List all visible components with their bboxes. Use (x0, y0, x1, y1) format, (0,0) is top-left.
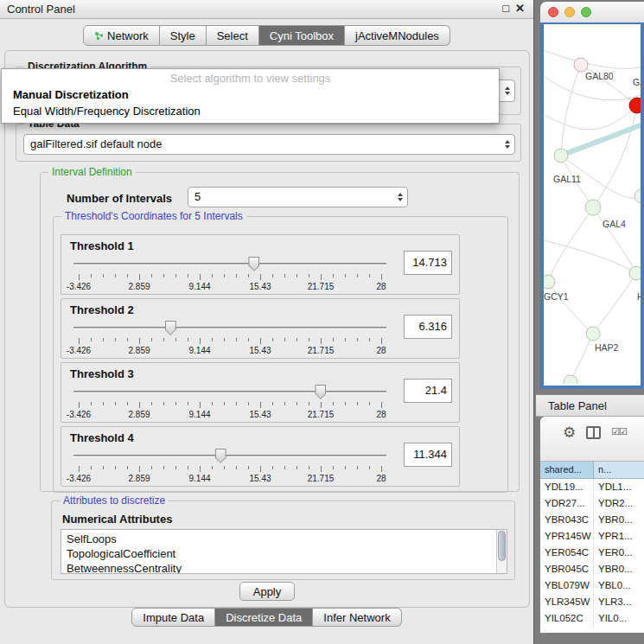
slider-tick (91, 402, 92, 405)
tab-select[interactable]: Select (207, 25, 259, 46)
table-row[interactable]: YBR043CYBR0... (540, 512, 644, 528)
threshold-label: Threshold 4 (70, 431, 134, 444)
close-traffic-light-icon[interactable] (548, 7, 558, 17)
slider-thumb-icon[interactable] (165, 321, 176, 335)
float-window-icon[interactable]: □ (502, 2, 509, 15)
threshold-slider[interactable]: -3.4262.8599.14415.4321.71528 (73, 256, 386, 294)
network-canvas[interactable]: GAL80GAGAL11GAL4GCY1HHAP2 (540, 22, 644, 389)
table-data-dropdown[interactable]: galFiltered.sif default node (23, 134, 515, 155)
tab-impute-data[interactable]: Impute Data (131, 608, 215, 627)
tab-infer-network[interactable]: Infer Network (313, 608, 401, 627)
network-edge[interactable] (544, 240, 636, 273)
tab-cyni-toolbox[interactable]: Cyni Toolbox (259, 25, 345, 46)
table-cell: YBR045C (540, 561, 594, 577)
number-of-intervals-dropdown[interactable]: 5 (188, 187, 408, 207)
slider-tick-labels: -3.4262.8599.14415.4321.71528 (79, 410, 381, 420)
tab-label: Impute Data (143, 611, 204, 624)
slider-tick (200, 466, 201, 472)
gear-icon[interactable]: ⚙ (563, 425, 576, 440)
threshold-panel: Threshold 1-3.4262.8599.14415.4321.71528… (61, 234, 460, 295)
columns-icon[interactable] (586, 426, 601, 439)
network-node[interactable] (586, 327, 600, 341)
network-edge[interactable] (548, 207, 593, 282)
numerical-attributes-list[interactable]: SelfLoopsTopologicalCoefficientBetweenne… (61, 529, 507, 574)
network-edge[interactable] (548, 282, 593, 334)
table-cell: YER054C (540, 545, 594, 561)
slider-tick (357, 274, 358, 277)
slider-tick (284, 466, 285, 469)
scrollbar-thumb[interactable] (498, 531, 506, 561)
zoom-traffic-light-icon[interactable] (581, 7, 591, 17)
node-label: GCY1 (544, 291, 569, 302)
network-edge[interactable] (571, 334, 593, 382)
network-node[interactable] (585, 200, 601, 215)
column-header[interactable]: shared... (540, 462, 594, 478)
network-node[interactable] (574, 58, 588, 72)
table-row[interactable]: YDR27...YDR2... (540, 495, 644, 512)
attributes-list-scrollbar[interactable] (496, 530, 507, 573)
attribute-item[interactable]: BetweennessCentrality (61, 562, 507, 574)
threshold-value-field[interactable]: 6.316 (404, 315, 452, 339)
slider-tick (272, 466, 273, 469)
slider-thumb-icon[interactable] (315, 385, 326, 399)
threshold-slider[interactable]: -3.4262.8599.14415.4321.71528 (73, 384, 386, 422)
slider-ticks (79, 402, 381, 409)
attribute-item[interactable]: SelfLoops (61, 532, 507, 547)
tab-style[interactable]: Style (160, 25, 207, 46)
network-edge[interactable] (593, 207, 636, 273)
tab-jactivemnodules[interactable]: jActiveMNodules (345, 25, 450, 46)
network-node[interactable] (544, 275, 555, 289)
threshold-slider[interactable]: -3.4262.8599.14415.4321.71528 (73, 448, 386, 486)
table-row[interactable]: YER054CYER0... (540, 545, 644, 561)
table-row[interactable]: YDL19...YDL1... (540, 479, 644, 495)
network-edge[interactable] (544, 50, 641, 68)
network-node[interactable] (634, 189, 641, 203)
control-panel-titlebar[interactable]: Control Panel □ ✕ (0, 0, 533, 19)
network-window-titlebar[interactable] (540, 2, 644, 22)
threshold-value-field[interactable]: 21.4 (404, 379, 452, 403)
slider-tick (296, 402, 297, 405)
threshold-slider[interactable]: -3.4262.8599.14415.4321.71528 (73, 320, 386, 358)
algorithm-option-manual-discretization[interactable]: Manual Discretization (2, 86, 499, 103)
slider-thumb-icon[interactable] (248, 257, 259, 271)
network-edge[interactable] (593, 273, 636, 334)
apply-button[interactable]: Apply (239, 582, 295, 601)
network-edge[interactable] (561, 65, 581, 156)
slider-tick (188, 466, 188, 469)
threshold-value-field[interactable]: 14.713 (404, 251, 452, 275)
network-node[interactable] (629, 98, 641, 113)
select-columns-icon[interactable]: ☑☑ (611, 426, 627, 437)
slider-tick (272, 338, 273, 341)
table-row[interactable]: YBL079WYBL0... (540, 577, 644, 594)
slider-thumb-icon[interactable] (215, 449, 226, 463)
tab-network[interactable]: Network (83, 25, 160, 46)
slider-tick (91, 274, 92, 277)
table-row[interactable]: YPR145WYPR1... (540, 528, 644, 545)
slider-tick (163, 466, 164, 469)
network-node[interactable] (554, 149, 568, 163)
algorithm-option-equal-width-frequency-discretization[interactable]: Equal Width/Frequency Discretization (2, 103, 499, 119)
tab-discretize-data[interactable]: Discretize Data (215, 608, 313, 627)
column-header[interactable]: n... (594, 462, 644, 478)
slider-tick (357, 338, 358, 341)
slider-tick (103, 466, 104, 469)
network-node[interactable] (564, 375, 577, 384)
table-row[interactable]: YIL052CYIL0... (540, 610, 644, 627)
slider-tick-label: 9.144 (188, 410, 210, 419)
slider-tick (79, 274, 80, 280)
table-panel-header[interactable]: Table Panel (536, 394, 644, 417)
minimize-traffic-light-icon[interactable] (564, 7, 575, 17)
network-edge[interactable] (544, 105, 637, 130)
attribute-item[interactable]: TopologicalCoefficient (61, 547, 507, 562)
table-row[interactable]: YBR045CYBR0... (540, 561, 644, 577)
slider-ticks (79, 338, 381, 345)
threshold-value-field[interactable]: 11.344 (404, 443, 452, 467)
slider-tick (79, 402, 80, 408)
table-row[interactable]: YLR345WYLR3... (540, 594, 644, 610)
slider-tick (79, 338, 80, 344)
slider-tick (345, 466, 346, 469)
close-panel-icon[interactable]: ✕ (515, 2, 525, 15)
network-node[interactable] (629, 266, 641, 280)
slider-tick (200, 402, 201, 408)
dropdown-arrows-icon (505, 86, 510, 95)
